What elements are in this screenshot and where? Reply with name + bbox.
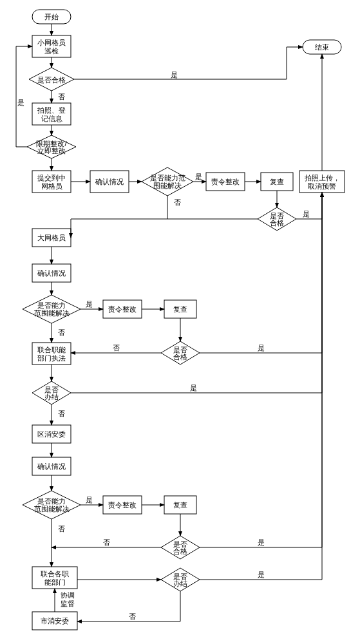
city-label: 市消安委	[41, 617, 69, 625]
yes-label: 是	[258, 538, 265, 546]
yes-label: 是	[195, 173, 202, 180]
yes-label: 是	[86, 496, 93, 504]
no-label: 否	[103, 538, 110, 546]
upload-cancel-label-1: 拍照上传，	[304, 174, 340, 182]
qualified3-label-2: 合格	[173, 353, 187, 361]
arrow	[16, 46, 32, 147]
qualified1-label: 是否合格	[37, 76, 66, 84]
review2-label: 复查	[173, 305, 187, 313]
arrow	[71, 196, 167, 238]
photo-register-label-2: 记信息	[41, 115, 62, 122]
capable2-label-2: 范围能解决	[34, 309, 70, 317]
no-label: 否	[113, 344, 120, 352]
qualified2-label-2: 合格	[270, 219, 284, 227]
yes-label: 是	[171, 71, 178, 79]
concluded2-label-2: 办结	[173, 580, 187, 587]
no-label: 否	[174, 198, 181, 206]
photo-register-label-1: 拍照、登	[37, 106, 66, 114]
deadline-label-2: 立即整改	[37, 147, 66, 155]
joint-depts-label-1: 联合各职	[41, 570, 69, 578]
district-label: 区消安委	[37, 430, 66, 438]
submit-mid-label-1: 提交到中	[37, 174, 66, 182]
arrow	[74, 47, 303, 79]
order2-label: 责令整改	[108, 305, 137, 313]
large-grid-label: 大网格员	[37, 234, 66, 242]
no-label: 否	[58, 93, 65, 100]
review1-label: 复查	[270, 178, 284, 185]
capable3-label-2: 范围能解决	[34, 505, 70, 513]
upload-cancel-label-2: 取消预警	[308, 182, 336, 190]
qualified4-label-2: 合格	[173, 547, 187, 555]
review3-label: 复查	[173, 501, 187, 509]
confirm3-label: 确认情况	[37, 462, 66, 470]
no-label: 否	[58, 525, 65, 533]
start-label: 开始	[44, 13, 59, 21]
patrol-label-1: 小网格员	[37, 39, 66, 46]
capable3-label-1: 是否能力	[37, 497, 66, 505]
joint-enforce-label-1: 联合职能	[37, 346, 66, 354]
patrol-label-2: 巡检	[44, 47, 59, 55]
order3-label: 责令整改	[108, 501, 137, 509]
concluded1-label-2: 办结	[44, 393, 59, 401]
order1-label: 责令整改	[211, 178, 240, 185]
arrow	[200, 193, 322, 547]
submit-mid-label-2: 网格员	[41, 182, 62, 190]
yes-label: 是	[86, 300, 93, 308]
coord-label-2: 监督	[61, 600, 75, 607]
yes-label: 是	[303, 210, 310, 218]
yes-label: 是	[17, 99, 24, 106]
joint-enforce-label-2: 部门执法	[37, 354, 66, 362]
yes-label: 是	[190, 384, 197, 392]
flowchart-diagram: 开始 结束 小网格员 巡检 是否合格 拍照、登 记信息 限期整改/ 立即整改 提…	[6, 6, 354, 638]
arrow	[200, 193, 322, 580]
capable2-label-1: 是否能力	[37, 301, 66, 309]
yes-label: 是	[258, 571, 265, 578]
no-label: 否	[58, 410, 65, 417]
confirm2-label: 确认情况	[37, 269, 66, 277]
no-label: 否	[129, 612, 136, 620]
confirm1-label: 确认情况	[95, 178, 124, 185]
capable1-label-2: 围能解决	[153, 182, 182, 189]
yes-label: 是	[258, 344, 265, 352]
capable1-label-1: 是否能力范	[150, 174, 185, 182]
end-label: 结束	[315, 43, 329, 51]
joint-depts-label-2: 能部门	[44, 578, 66, 586]
no-label: 否	[58, 328, 65, 336]
coord-label-1: 协调	[61, 591, 75, 599]
